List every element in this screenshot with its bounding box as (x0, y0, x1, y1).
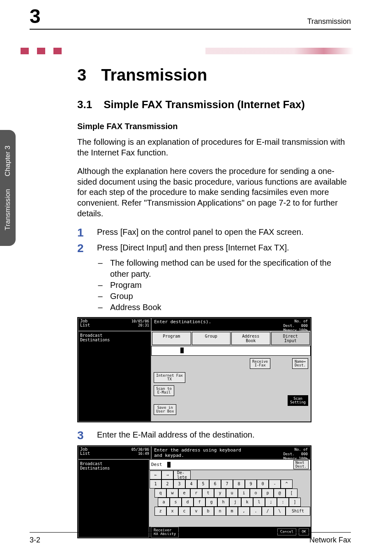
broadcast-destinations-label: Broadcast Destinations (80, 333, 149, 342)
screenshot-enter-destination: Job List 10/05/06 20:31 Enter destinatio… (77, 317, 311, 422)
job-list-button-2[interactable]: Job List 05/30/06 16:49 (78, 446, 151, 459)
key-b[interactable]: b (202, 507, 214, 516)
key-4[interactable]: 4 (185, 480, 197, 489)
header-chapter-number: 3 (30, 5, 41, 28)
key-g[interactable]: g (205, 498, 217, 507)
header-running-title: Transmission (307, 17, 351, 26)
key-n[interactable]: n (214, 507, 226, 516)
sub-item-3: Group (110, 291, 133, 302)
key-3[interactable]: 3 (173, 480, 185, 489)
key-c[interactable]: c (178, 507, 190, 516)
section-title-row: 3.1 Simple FAX Transmission (Internet Fa… (77, 98, 351, 111)
job-list-button[interactable]: Job List 10/05/06 20:31 (78, 318, 151, 331)
key-m[interactable]: m (226, 507, 238, 516)
page-footer: 3-2 Network Fax (30, 532, 351, 544)
step-3-number: 3 (77, 430, 85, 441)
save-in-user-box-button[interactable]: Save in User Box (154, 404, 176, 415)
key-backslash[interactable]: \ (274, 507, 286, 516)
key-q[interactable]: q (154, 489, 166, 498)
footer-doc-title: Network Fax (309, 536, 351, 544)
step-2-sublist: –The following method can be used for th… (97, 257, 351, 313)
chapter-title-text: Transmission (101, 66, 207, 84)
decorative-bar (21, 48, 353, 54)
key-rbracket[interactable]: ] (289, 498, 301, 507)
key-dash[interactable]: - (269, 480, 281, 489)
nav-back-button[interactable]: ← (150, 470, 161, 480)
key-d[interactable]: d (182, 498, 194, 507)
key-y[interactable]: y (214, 489, 226, 498)
key-7[interactable]: 7 (221, 480, 233, 489)
step-2-number: 2 (77, 243, 85, 254)
key-1[interactable]: 1 (150, 480, 161, 489)
broadcast-destinations-label-2: Broadcast Destinations (80, 461, 147, 470)
delete-button[interactable]: De- lete (173, 470, 191, 480)
nav-forward-button[interactable]: → (161, 470, 173, 480)
tab-group[interactable]: Group (192, 332, 231, 345)
key-8[interactable]: 8 (233, 480, 245, 489)
key-k[interactable]: k (241, 498, 253, 507)
banner-text: Enter destination(s). (154, 319, 211, 324)
paragraph-2: Although the explanation here covers the… (77, 166, 351, 219)
key-e[interactable]: e (178, 489, 190, 498)
key-f[interactable]: f (194, 498, 205, 507)
key-9[interactable]: 9 (245, 480, 257, 489)
key-t[interactable]: t (202, 489, 214, 498)
internet-fax-tx-button[interactable]: Internet Fax TX (154, 372, 185, 383)
name-dest-button[interactable]: Name↔ Dest. (292, 358, 308, 369)
step-1: 1 Press [Fax] on the control panel to op… (77, 227, 351, 239)
key-w[interactable]: w (166, 489, 178, 498)
step-3: 3 Enter the E-Mail address of the destin… (77, 430, 351, 441)
scan-setting-button[interactable]: Scan Setting (288, 395, 308, 406)
key-caret[interactable]: ^ (281, 480, 293, 489)
key-shift[interactable]: Shift (286, 507, 310, 516)
key-colon[interactable]: : (277, 498, 289, 507)
tab-program[interactable]: Program (152, 332, 191, 345)
section-title-text: Simple FAX Transmission (Internet Fax) (104, 98, 305, 111)
side-tab-primary: Transmission (4, 189, 12, 230)
paragraph-1: The following is an explanation of proce… (77, 137, 351, 158)
key-r[interactable]: r (190, 489, 202, 498)
receive-ifax-button[interactable]: Receive I-Fax (250, 358, 270, 369)
key-s[interactable]: s (170, 498, 182, 507)
key-j[interactable]: j (229, 498, 241, 507)
text-cursor-icon (180, 348, 184, 353)
key-p[interactable]: p (262, 489, 274, 498)
next-dest-button[interactable]: Next Dest. (293, 460, 309, 469)
body-column: 3 Transmission 3.1 Simple FAX Transmissi… (77, 66, 351, 546)
tab-direct-input[interactable]: Direct Input (271, 332, 310, 345)
sub-heading: Simple FAX Transmission (77, 122, 351, 131)
key-a[interactable]: a (158, 498, 170, 507)
key-5[interactable]: 5 (197, 480, 209, 489)
key-l[interactable]: l (253, 498, 265, 507)
key-0[interactable]: 0 (257, 480, 269, 489)
sub-item-1: The following method can be used for the… (110, 257, 351, 280)
key-h[interactable]: h (217, 498, 229, 507)
side-tab-secondary: Chapter 3 (4, 146, 12, 187)
key-period[interactable]: . (250, 507, 262, 516)
chapter-title-row: 3 Transmission (77, 66, 351, 84)
key-lbracket[interactable]: [ (286, 489, 297, 498)
key-u[interactable]: u (226, 489, 238, 498)
page-header: 3 Transmission (30, 7, 351, 30)
key-2[interactable]: 2 (161, 480, 173, 489)
step-2: 2 Press [Direct Input] and then press [I… (77, 243, 351, 313)
onscreen-keyboard: ← → De- lete 1 2 3 4 5 6 7 8 9 0 (149, 470, 311, 527)
key-o[interactable]: o (250, 489, 262, 498)
section-title-number: 3.1 (77, 98, 92, 111)
key-slash[interactable]: / (262, 507, 274, 516)
key-comma[interactable]: , (238, 507, 250, 516)
dest-label: Dest (151, 462, 162, 467)
scan-to-email-button[interactable]: Scan to E-Mail (154, 385, 174, 396)
key-at[interactable]: @ (274, 489, 286, 498)
key-x[interactable]: x (166, 507, 178, 516)
key-6[interactable]: 6 (209, 480, 221, 489)
step-1-number: 1 (77, 227, 85, 239)
key-semicolon[interactable]: ; (265, 498, 277, 507)
key-i[interactable]: i (238, 489, 250, 498)
text-cursor-icon-2 (167, 462, 171, 468)
key-z[interactable]: z (154, 507, 166, 516)
destination-input[interactable] (151, 346, 311, 356)
header-rule (30, 29, 351, 30)
key-v[interactable]: v (190, 507, 202, 516)
tab-address-book[interactable]: Address Book (231, 332, 270, 345)
